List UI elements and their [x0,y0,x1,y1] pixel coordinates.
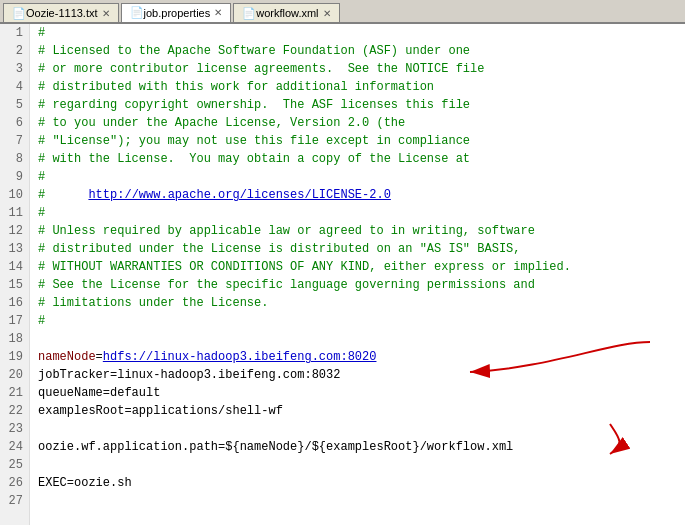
line-number: 6 [6,114,23,132]
line-number: 16 [6,294,23,312]
line-number: 7 [6,132,23,150]
line-number: 17 [6,312,23,330]
code-line: examplesRoot=applications/shell-wf [38,402,677,420]
code-line: oozie.wf.application.path=${nameNode}/${… [38,438,677,456]
code-line [38,492,677,510]
code-line: # limitations under the License. [38,294,677,312]
code-line: # [38,168,677,186]
line-number: 4 [6,78,23,96]
code-content[interactable]: ## Licensed to the Apache Software Found… [30,24,685,525]
close-icon[interactable]: ✕ [323,8,331,19]
code-line: queueName=default [38,384,677,402]
line-number: 22 [6,402,23,420]
code-line: # http://www.apache.org/licenses/LICENSE… [38,186,677,204]
tab-label: workflow.xml [256,7,318,19]
line-number: 13 [6,240,23,258]
line-number: 8 [6,150,23,168]
code-line: # Licensed to the Apache Software Founda… [38,42,677,60]
code-line [38,456,677,474]
line-number: 14 [6,258,23,276]
close-icon[interactable]: ✕ [214,7,222,18]
line-number: 15 [6,276,23,294]
code-line: # [38,24,677,42]
close-icon[interactable]: ✕ [102,8,110,19]
code-line: # or more contributor license agreements… [38,60,677,78]
tab-job-properties[interactable]: 📄 job.properties ✕ [121,3,232,22]
line-number: 26 [6,474,23,492]
tab-workflow-xml[interactable]: 📄 workflow.xml ✕ [233,3,339,22]
line-number: 11 [6,204,23,222]
tab-label: Oozie-1113.txt [26,7,98,19]
code-line: EXEC=oozie.sh [38,474,677,492]
line-number: 27 [6,492,23,510]
line-number: 3 [6,60,23,78]
code-line: # [38,204,677,222]
code-line: # distributed under the License is distr… [38,240,677,258]
code-line: # "License"); you may not use this file … [38,132,677,150]
code-line: # Unless required by applicable law or a… [38,222,677,240]
tab-icon: 📄 [130,6,144,19]
line-numbers: 1234567891011121314151617181920212223242… [0,24,30,525]
line-number: 24 [6,438,23,456]
code-line: # to you under the Apache License, Versi… [38,114,677,132]
code-line: nameNode=hdfs://linux-hadoop3.ibeifeng.c… [38,348,677,366]
code-line [38,330,677,348]
tab-label: job.properties [144,7,211,19]
line-number: 5 [6,96,23,114]
line-number: 25 [6,456,23,474]
tab-icon: 📄 [242,7,256,20]
line-number: 19 [6,348,23,366]
code-line: # regarding copyright ownership. The ASF… [38,96,677,114]
code-line: # WITHOUT WARRANTIES OR CONDITIONS OF AN… [38,258,677,276]
code-line: # distributed with this work for additio… [38,78,677,96]
code-line: # with the License. You may obtain a cop… [38,150,677,168]
code-line [38,420,677,438]
tab-bar: 📄 Oozie-1113.txt ✕ 📄 job.properties ✕ 📄 … [0,0,685,24]
line-number: 21 [6,384,23,402]
line-number: 1 [6,24,23,42]
code-line: # [38,312,677,330]
line-number: 23 [6,420,23,438]
tab-icon: 📄 [12,7,26,20]
line-number: 20 [6,366,23,384]
line-number: 2 [6,42,23,60]
line-number: 9 [6,168,23,186]
code-line: jobTracker=linux-hadoop3.ibeifeng.com:80… [38,366,677,384]
code-line: # See the License for the specific langu… [38,276,677,294]
code-container: 1234567891011121314151617181920212223242… [0,24,685,525]
line-number: 18 [6,330,23,348]
line-number: 12 [6,222,23,240]
line-number: 10 [6,186,23,204]
tab-oozie[interactable]: 📄 Oozie-1113.txt ✕ [3,3,119,22]
editor-area: 1234567891011121314151617181920212223242… [0,24,685,525]
